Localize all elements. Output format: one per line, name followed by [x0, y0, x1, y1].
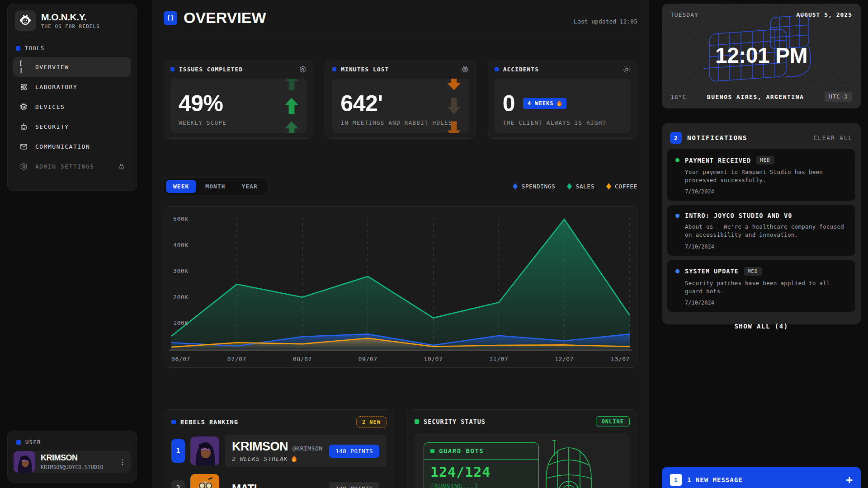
fire-icon — [557, 100, 562, 107]
notification-intro[interactable]: INTRO: JOYCO STUDIO AND V0 About us - We… — [667, 205, 855, 255]
card-square-icon — [495, 67, 499, 71]
plus-icon[interactable]: + — [846, 474, 853, 486]
security-status-panel: SECURITY STATUS ONLINE GUARD BOTS 124/12… — [407, 409, 637, 488]
sidebar-item-admin-settings[interactable]: ADMIN SETTINGS — [13, 156, 131, 176]
stat-value: 642' — [340, 92, 460, 115]
svg-text:12/07: 12/07 — [555, 356, 574, 362]
trend-down-icon — [446, 79, 462, 133]
new-count-badge[interactable]: 2 NEW — [356, 416, 387, 428]
stat-label: MINUTES LOST — [341, 66, 389, 73]
ranking-row-1[interactable]: 1 KRIMSON @KRIMSON — [171, 435, 387, 467]
svg-text:200K: 200K — [173, 294, 189, 300]
sidebar-item-laboratory[interactable]: LABORATORY — [13, 77, 131, 97]
green-square-icon — [430, 449, 434, 453]
stat-card-issues: ISSUES COMPLETED 49% WEEKLY SCOPE — [164, 60, 313, 139]
clock-temperature: 18°C — [670, 94, 686, 100]
notification-date: 7/10/2024 — [685, 244, 847, 250]
points-badge: 148 POINTS — [329, 445, 379, 458]
notifications-title: NOTIFICATIONS — [687, 134, 747, 141]
chart-panel: 100K200K300K400K500K06/0707/0708/0709/07… — [164, 206, 637, 368]
hex-gear-icon — [19, 162, 28, 171]
tab-month[interactable]: MONTH — [198, 180, 232, 193]
range-tabs: WEEK MONTH YEAR — [164, 178, 267, 195]
stat-card-minutes: MINUTES LOST 642' IN MEETINGS AND RABBIT… — [326, 60, 475, 139]
card-square-icon — [332, 67, 336, 71]
tab-year[interactable]: YEAR — [234, 180, 264, 193]
brackets-icon: [ ] — [19, 60, 28, 74]
clock-location: BUENOS AIRES, ARGENTINA — [707, 94, 804, 100]
sidebar-item-devices[interactable]: DEVICES — [13, 97, 131, 117]
legend-sales[interactable]: SALES — [567, 183, 594, 190]
notification-date: 7/10/2024 — [685, 188, 847, 195]
svg-text:500K: 500K — [173, 216, 189, 222]
rebels-ranking-panel: REBELS RANKING 2 NEW 1 — [164, 409, 394, 488]
chart-controls: WEEK MONTH YEAR SPENDINGS SALES COFFEE — [164, 178, 637, 195]
legend-coffee[interactable]: COFFEE — [606, 183, 637, 190]
stat-sub: IN MEETINGS AND RABBIT HOLES — [340, 119, 460, 126]
legend-spendings[interactable]: SPENDINGS — [513, 183, 555, 190]
clock-date: AUGUST 5, 2025 — [796, 11, 852, 18]
status-dot-blue — [675, 269, 679, 273]
rebel-streak: 2 WEEKS STREAK — [232, 455, 329, 462]
points-badge: 129 POINTS — [329, 482, 379, 488]
user-name: KRIMSON — [41, 453, 114, 463]
stat-sub: WEEKLY SCOPE — [179, 119, 298, 126]
tools-section-label: TOOLS — [16, 45, 128, 52]
new-message-banner[interactable]: 1 1 NEW MESSAGE + — [662, 467, 861, 488]
robot-icon — [19, 122, 28, 131]
chip-settings-icon[interactable] — [461, 66, 469, 73]
atom-icon — [19, 83, 28, 91]
sidebar-nav: TOOLS [ ] OVERVIEW LABORATORY — [8, 37, 137, 181]
notification-system-update[interactable]: SYSTEM UPDATE MED Security patches have … — [667, 260, 855, 312]
svg-text:06/07: 06/07 — [171, 356, 190, 362]
diamond-icon — [606, 183, 611, 190]
sidebar-item-overview[interactable]: [ ] OVERVIEW — [13, 57, 131, 77]
clock-widget: TUESDAY AUGUST 5, 2025 12:01 PM 18°C BUE… — [662, 4, 861, 108]
security-title: SECURITY STATUS — [424, 418, 486, 425]
last-updated: Last updated 12:05 — [574, 18, 637, 27]
user-menu-kebab-icon[interactable]: ⋮ — [114, 458, 131, 466]
user-avatar — [14, 451, 35, 473]
monkey-logo-icon — [15, 10, 36, 31]
app-subtitle: THE OS FOR REBELS — [41, 23, 100, 29]
rank-number: 2 — [171, 480, 185, 488]
notification-count-badge: 2 — [670, 132, 682, 144]
user-card: USER KRIMSON KRIMSON@JOYCO.STUDIO ⋮ — [7, 431, 137, 483]
section-square-icon — [16, 440, 21, 445]
sidebar-item-communication[interactable]: COMMUNICATION — [13, 136, 131, 156]
status-dot-blue — [675, 214, 679, 218]
rank-number: 1 — [171, 439, 185, 463]
guard-bots-count: 124/124 — [430, 464, 532, 480]
sidebar-item-security[interactable]: SECURITY — [13, 117, 131, 136]
card-square-icon — [171, 420, 176, 424]
security-body: GUARD BOTS 124/124 [RUNNING...] FIREWALL — [415, 433, 630, 488]
rebel-handle: @KRIMSON — [292, 445, 323, 452]
tab-week[interactable]: WEEK — [166, 180, 196, 193]
app-title: M.O.N.K.Y. — [41, 12, 100, 22]
show-all-button[interactable]: SHOW ALL (4) — [667, 316, 855, 333]
notification-body: Your payment to Rampant Studio has been … — [685, 168, 847, 184]
notification-payment[interactable]: PAYMENT RECEIVED MED Your payment to Ram… — [667, 149, 855, 201]
gear-icon[interactable] — [299, 66, 307, 73]
priority-badge: MED — [744, 267, 762, 276]
card-square-icon — [415, 419, 419, 424]
chip-icon — [19, 103, 28, 111]
clear-all-button[interactable]: CLEAR ALL — [813, 134, 853, 141]
sun-settings-icon[interactable] — [623, 66, 631, 73]
user-row[interactable]: KRIMSON KRIMSON@JOYCO.STUDIO ⋮ — [14, 451, 131, 473]
user-section-label: USER — [16, 439, 128, 446]
main-content: [] OVERVIEW Last updated 12:05 ISSUES CO… — [152, 0, 649, 488]
guard-bot-wireframe — [533, 438, 605, 488]
ranking-row-2[interactable]: 2 MATI @ — [171, 474, 387, 488]
notifications-panel: 2 NOTIFICATIONS CLEAR ALL PAYMENT RECEIV… — [662, 123, 861, 324]
trend-up-icon — [284, 79, 299, 133]
stats-row: ISSUES COMPLETED 49% WEEKLY SCOPE — [164, 60, 637, 139]
svg-text:09/07: 09/07 — [359, 356, 377, 362]
svg-text:11/07: 11/07 — [489, 356, 508, 362]
logo-row: M.O.N.K.Y. THE OS FOR REBELS — [8, 4, 137, 37]
page-title: OVERVIEW — [184, 9, 266, 27]
clock-day: TUESDAY — [670, 11, 698, 18]
stat-label: ACCIDENTS — [503, 66, 539, 73]
notification-date: 7/10/2024 — [685, 300, 847, 306]
rebel-name: MATI — [232, 482, 257, 488]
